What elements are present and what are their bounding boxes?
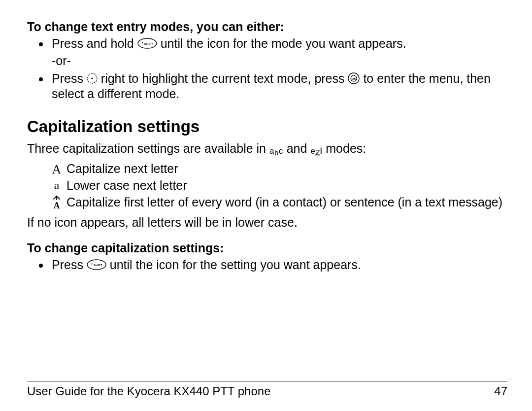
ok-key-icon: OK: [348, 72, 360, 84]
text-fragment: i: [320, 146, 322, 156]
svg-text:OK: OK: [352, 77, 357, 80]
text-fragment: Lower case next letter: [66, 178, 507, 193]
text-fragment: Capitalize next letter: [66, 161, 507, 176]
cap-intro: Three capitalization settings are availa…: [27, 141, 507, 156]
text-fragment: Press and hold: [52, 36, 137, 50]
heading-change-cap: To change capitalization settings:: [27, 241, 507, 255]
svg-text:*: *: [142, 41, 143, 45]
change-modes-list: Press and hold * SHIFT until the icon fo…: [27, 36, 507, 102]
capitalize-next-icon: A: [47, 161, 66, 177]
footer-title: User Guide for the Kyocera KX440 PTT pho…: [27, 384, 271, 398]
text-fragment: Press: [52, 258, 87, 272]
page-number: 47: [494, 384, 507, 398]
change-cap-list: Press * SHIFT until the icon for the set…: [27, 257, 507, 273]
capitalize-word-icon: A: [47, 195, 66, 209]
text-fragment: Z: [315, 148, 320, 158]
text-fragment: a: [54, 179, 60, 192]
nav-key-icon: [87, 73, 98, 84]
abc-mode-icon: abc: [269, 146, 283, 156]
cap-row-upper: A Capitalize next letter: [47, 161, 507, 177]
text-fragment: Press: [52, 71, 87, 85]
text-fragment: Capitalize first letter of every word (i…: [66, 195, 507, 210]
text-fragment: and: [287, 141, 311, 155]
cap-row-lower: a Lower case next letter: [47, 178, 507, 193]
list-item: Press * SHIFT until the icon for the set…: [50, 257, 507, 273]
text-fragment: modes:: [326, 141, 366, 155]
svg-text:*: *: [91, 263, 93, 266]
ezi-mode-icon: eZi: [310, 146, 322, 156]
shift-key-icon: * SHIFT: [137, 38, 157, 49]
page-footer: User Guide for the Kyocera KX440 PTT pho…: [0, 381, 532, 398]
text-fragment: b: [274, 148, 279, 158]
svg-text:SHIFT: SHIFT: [94, 264, 102, 267]
text-fragment: until the icon for the setting you want …: [110, 258, 361, 272]
svg-text:A: A: [54, 201, 60, 209]
heading-change-modes: To change text entry modes, you can eith…: [27, 20, 507, 34]
text-fragment: until the icon for the mode you want app…: [161, 36, 406, 50]
cap-settings-list: A Capitalize next letter a Lower case ne…: [47, 161, 507, 210]
text-fragment: a: [269, 146, 274, 156]
text-fragment: Three capitalization settings are availa…: [27, 141, 269, 155]
list-item: Press and hold * SHIFT until the icon fo…: [50, 36, 507, 69]
svg-point-4: [91, 77, 93, 79]
document-page: To change text entry modes, you can eith…: [0, 0, 532, 411]
list-item: Press right to highlight the current tex…: [50, 71, 507, 102]
text-fragment: e: [310, 146, 315, 156]
shift-key-icon: * SHIFT: [87, 259, 106, 270]
svg-text:SHIFT: SHIFT: [144, 42, 153, 45]
text-fragment: A: [52, 162, 62, 177]
lowercase-next-icon: a: [47, 178, 66, 192]
cap-row-firstletter: A Capitalize first letter of every word …: [47, 195, 507, 210]
text-fragment: c: [279, 146, 283, 156]
text-fragment: right to highlight the current text mode…: [101, 71, 348, 85]
heading-capitalization: Capitalization settings: [27, 117, 507, 136]
or-text: -or-: [52, 53, 507, 68]
cap-note: If no icon appears, all letters will be …: [27, 215, 507, 230]
